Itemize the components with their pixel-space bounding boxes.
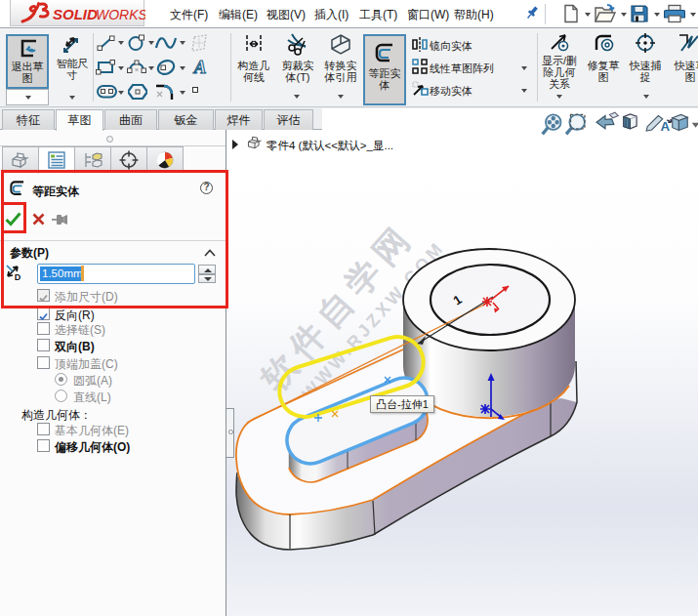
svg-text:SOLID: SOLID [53, 6, 98, 22]
svg-text:WORKS: WORKS [96, 7, 145, 22]
svg-text:A: A [193, 58, 207, 77]
